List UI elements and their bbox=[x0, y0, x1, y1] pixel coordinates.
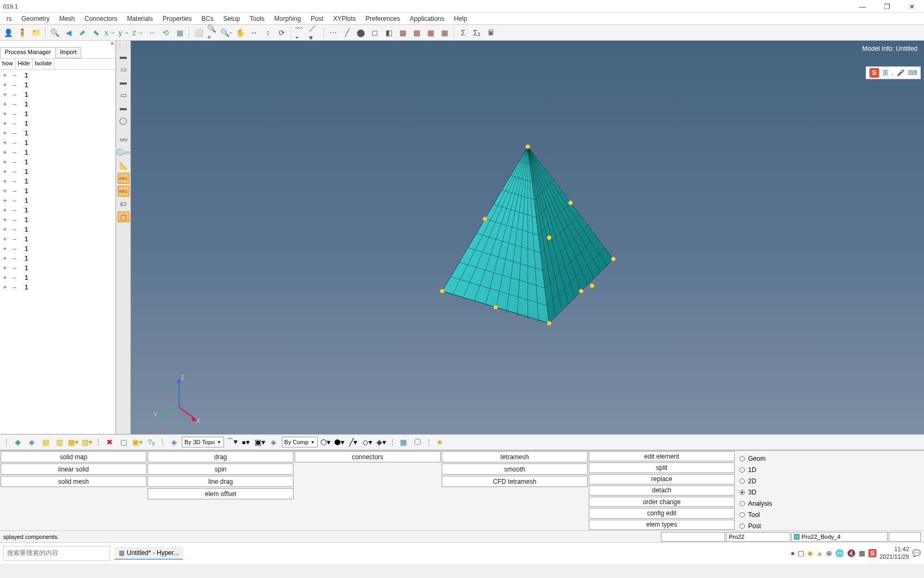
edge-icon[interactable]: ╱ bbox=[341, 27, 353, 39]
info-icon[interactable]: ⓘ123 bbox=[118, 147, 129, 158]
status-box-2[interactable]: Pro22 bbox=[726, 532, 790, 542]
expand-icon[interactable]: + bbox=[1, 110, 9, 118]
tree-row[interactable]: +—1 bbox=[1, 283, 114, 292]
status-box-3[interactable]: Pro22_Body_4 bbox=[791, 532, 888, 542]
btn-line-drag[interactable]: line drag bbox=[148, 476, 294, 487]
taskbar-search[interactable]: 搜索要搜索的内容 bbox=[3, 546, 110, 561]
btn-replace[interactable]: replace bbox=[589, 474, 735, 484]
wire-icon[interactable]: ▭ bbox=[118, 64, 129, 74]
fill-icon[interactable]: ●▾ bbox=[240, 436, 252, 448]
label-abc2-icon[interactable]: ABC bbox=[118, 186, 129, 196]
options-icon[interactable]: ▣▾ bbox=[132, 436, 143, 448]
shape-icon[interactable]: ◆ bbox=[12, 436, 24, 448]
shaded-icon[interactable]: ▬ bbox=[118, 51, 129, 62]
transp-icon[interactable]: ▬ bbox=[118, 77, 129, 87]
grip-icon[interactable]: ⋮⋮ bbox=[117, 43, 130, 49]
persp-icon[interactable]: ◯ bbox=[118, 115, 129, 126]
btn-drag[interactable]: drag bbox=[148, 451, 294, 462]
cube-icon[interactable]: ◻ bbox=[369, 27, 381, 39]
btn-solid-map[interactable]: solid map bbox=[1, 451, 147, 462]
tree-row[interactable]: +—1 bbox=[1, 263, 114, 273]
tree-row[interactable]: +—1 bbox=[1, 177, 114, 186]
radio-1d[interactable]: 1D bbox=[740, 464, 795, 475]
zoom-out-icon[interactable]: 🔍- bbox=[220, 27, 232, 39]
tray-icon[interactable]: ⊕ bbox=[826, 549, 832, 557]
star-icon[interactable]: ★ bbox=[434, 436, 446, 448]
tree-row[interactable]: +—1 bbox=[1, 119, 114, 128]
zoom-icon[interactable]: 🔍 bbox=[49, 27, 60, 39]
mesh4-icon[interactable]: ▦ bbox=[438, 27, 450, 39]
btn-tetramesh[interactable]: tetramesh bbox=[442, 451, 588, 462]
radio-tool[interactable]: Tool bbox=[740, 509, 795, 520]
tray-icon[interactable]: ▢ bbox=[798, 549, 804, 557]
tree-row[interactable]: +—1 bbox=[1, 167, 114, 177]
grid-icon[interactable]: ▦ bbox=[398, 436, 410, 448]
axis-z-icon[interactable]: z→ bbox=[132, 27, 144, 39]
expand-icon[interactable]: + bbox=[1, 178, 9, 185]
pan-h-icon[interactable]: ↔ bbox=[248, 27, 260, 39]
menu-item[interactable]: Setup bbox=[219, 14, 244, 24]
mesh-icon[interactable]: ▦ bbox=[397, 27, 409, 39]
add-icon[interactable]: ▦▾ bbox=[67, 436, 79, 448]
spin-icon[interactable]: ⟳ bbox=[276, 27, 288, 39]
tree-row[interactable]: +—1 bbox=[1, 273, 114, 283]
menu-item[interactable]: Applications bbox=[405, 14, 449, 24]
zoom-window-icon[interactable]: ⬜ bbox=[192, 27, 204, 39]
sigma2-icon[interactable]: Σ₂ bbox=[471, 27, 483, 39]
taskbar-task[interactable]: ▦ Untitled* - Hyper... bbox=[114, 547, 183, 560]
menu-item[interactable]: Properties bbox=[158, 14, 196, 24]
tree-row[interactable]: +—1 bbox=[1, 109, 114, 119]
mesh3-icon[interactable]: ▦ bbox=[425, 27, 436, 39]
rotate-icon[interactable]: ⟲ bbox=[160, 27, 172, 39]
btn-linear-solid[interactable]: linear solid bbox=[1, 463, 147, 475]
expand-icon[interactable]: + bbox=[1, 264, 9, 272]
cube-icon[interactable]: ◈ bbox=[26, 436, 37, 448]
line-icon[interactable]: ／▾ bbox=[309, 27, 320, 39]
expand-icon[interactable]: + bbox=[1, 81, 9, 89]
expand-icon[interactable]: + bbox=[1, 139, 9, 147]
tree-row[interactable]: +—1 bbox=[1, 254, 114, 263]
minimize-button[interactable]: — bbox=[850, 0, 875, 13]
tag-icon[interactable]: 🏷 bbox=[118, 199, 129, 209]
filter-hide[interactable]: Hide bbox=[16, 59, 33, 69]
tab-import[interactable]: Import bbox=[55, 47, 81, 58]
user-icon[interactable]: 👤 bbox=[2, 27, 14, 39]
calc-icon[interactable]: 🖩 bbox=[485, 27, 497, 39]
menu-item[interactable]: Connectors bbox=[80, 14, 121, 24]
expand-icon[interactable]: + bbox=[1, 245, 9, 253]
person-icon[interactable]: 🧍 bbox=[16, 27, 28, 39]
tree-row[interactable]: +—1 bbox=[1, 215, 114, 225]
expand-icon[interactable]: + bbox=[1, 149, 9, 156]
cube3-icon[interactable]: ⬡▾ bbox=[320, 436, 332, 448]
back-icon[interactable]: ◀ bbox=[63, 27, 74, 39]
zoom-in-icon[interactable]: 🔍+ bbox=[206, 27, 218, 39]
btn-detach[interactable]: detach bbox=[589, 485, 735, 496]
comp-combo[interactable]: By Comp ▼ bbox=[282, 437, 318, 447]
tree-row[interactable]: +—1 bbox=[1, 90, 114, 100]
binoculars-icon[interactable]: 👓 bbox=[118, 134, 129, 145]
close-button[interactable]: ✕ bbox=[899, 0, 924, 13]
panel-close-icon[interactable]: ✕ bbox=[110, 41, 114, 47]
status-box-1[interactable] bbox=[661, 532, 725, 542]
tree-row[interactable]: +—1 bbox=[1, 148, 114, 157]
axis-y-icon[interactable]: y→ bbox=[118, 27, 130, 39]
tree-row[interactable]: +—1 bbox=[1, 196, 114, 206]
grip-icon[interactable]: ⋮ bbox=[3, 438, 10, 446]
tree-view[interactable]: +—1+—1+—1+—1+—1+—1+—1+—1+—1+—1+—1+—1+—1+… bbox=[0, 70, 116, 434]
tree-row[interactable]: +—1 bbox=[1, 186, 114, 196]
menu-item[interactable]: Mesh bbox=[55, 14, 79, 24]
folder-icon[interactable]: 📁 bbox=[30, 27, 42, 39]
plane2-icon[interactable]: ◈▾ bbox=[375, 436, 387, 448]
box2-icon[interactable]: ◈ bbox=[168, 436, 180, 448]
tree-row[interactable]: +—1 bbox=[1, 128, 114, 138]
tree-row[interactable]: +—1 bbox=[1, 225, 114, 234]
tree-row[interactable]: +—1 bbox=[1, 80, 114, 90]
expand-icon[interactable]: + bbox=[1, 187, 9, 195]
network-icon[interactable]: 🌐 bbox=[835, 549, 844, 557]
menu-item[interactable]: Tools bbox=[245, 14, 269, 24]
ime-indicator[interactable]: S 英 , 🎤 ⌨ bbox=[866, 66, 921, 79]
btn-cfd-tetramesh[interactable]: CFD tetramesh bbox=[442, 476, 588, 487]
menu-item[interactable]: Materials bbox=[122, 14, 157, 24]
radio-analysis[interactable]: Analysis bbox=[740, 498, 795, 509]
radio-geom[interactable]: Geom bbox=[740, 453, 795, 464]
